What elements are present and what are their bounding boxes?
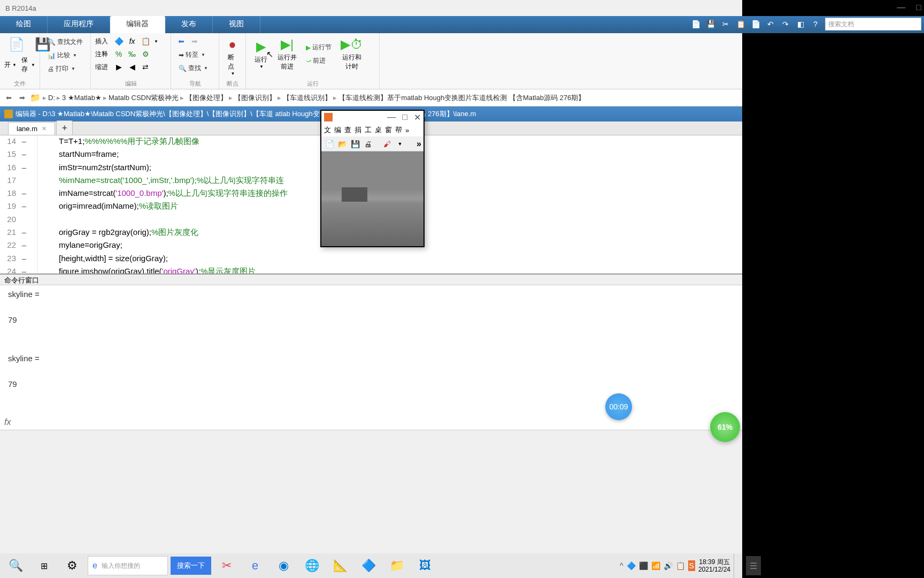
save-label[interactable]: 保存: [21, 56, 29, 74]
forward-icon[interactable]: ➡: [189, 35, 201, 47]
edge-icon[interactable]: ◉: [271, 555, 296, 576]
timer-badge[interactable]: 00:09: [605, 393, 632, 420]
crumb-d[interactable]: D:: [48, 94, 55, 102]
outdent-icon[interactable]: ◀: [126, 61, 138, 73]
run-advance-button[interactable]: ▶|运行并 前进: [273, 35, 301, 73]
dropdown-icon[interactable]: ▼: [394, 138, 406, 150]
run-section-button[interactable]: ▶运行节: [303, 41, 335, 54]
tab-view[interactable]: 视图: [213, 16, 260, 33]
open-label[interactable]: 开: [4, 60, 11, 70]
wrap-comment-icon[interactable]: ⚙: [140, 48, 151, 60]
tab-apps[interactable]: 应用程序: [48, 16, 110, 33]
back-icon[interactable]: ⬅: [175, 35, 187, 47]
goto-button[interactable]: ➡转至▼: [175, 48, 214, 62]
taskbar-search[interactable]: e 输入你想搜的: [88, 556, 168, 575]
tray-app3-icon[interactable]: 📋: [676, 561, 685, 570]
maximize-button[interactable]: □: [916, 3, 921, 12]
open-fig-icon[interactable]: 📂: [336, 138, 348, 150]
tab-publish[interactable]: 发布: [165, 16, 213, 33]
cut-icon[interactable]: ✂: [720, 19, 731, 29]
qa-icon-1[interactable]: 📄: [690, 19, 701, 29]
volume-icon[interactable]: 🔊: [664, 561, 673, 570]
maximize-icon[interactable]: □: [402, 112, 407, 123]
save-icon[interactable]: 💾: [705, 19, 716, 29]
photos-icon[interactable]: 🖼: [412, 555, 438, 576]
explorer-icon[interactable]: 📁: [384, 555, 410, 576]
fig-menu-view[interactable]: 查: [344, 125, 351, 135]
tray-app2-icon[interactable]: ⬛: [639, 561, 648, 570]
brush-icon[interactable]: 🖌: [381, 138, 393, 150]
fig-menu-more[interactable]: »: [405, 126, 409, 134]
fig-menu-desktop[interactable]: 桌: [375, 125, 382, 135]
undo-icon[interactable]: ↶: [765, 19, 776, 29]
new-button[interactable]: 📄: [4, 35, 29, 55]
forward-arrow-icon[interactable]: ➡: [16, 92, 28, 104]
ime-icon[interactable]: S: [688, 560, 695, 571]
indent-icon[interactable]: ▶: [113, 61, 125, 73]
crumb-6[interactable]: 【车道线检测】基于matlab Hough变换图片车道线检测 【含Matlab源…: [338, 93, 585, 103]
insert-3-icon[interactable]: 📋: [140, 35, 151, 47]
fig-menu-insert[interactable]: 捐: [355, 125, 361, 135]
search-docs-input[interactable]: 搜索文档: [825, 18, 921, 31]
redo-icon[interactable]: ↷: [780, 19, 791, 29]
tab-editor[interactable]: 编辑器: [110, 16, 165, 33]
clock[interactable]: 18:39 周五 2021/12/24: [698, 558, 730, 574]
smart-indent-icon[interactable]: ⇄: [140, 61, 151, 73]
close-icon[interactable]: ✕: [42, 125, 47, 132]
folder-icon[interactable]: 📁: [29, 92, 41, 104]
save-fig-icon[interactable]: 💾: [349, 138, 361, 150]
wifi-icon[interactable]: 📶: [651, 561, 660, 570]
find-button[interactable]: 🔍查找▼: [175, 62, 214, 75]
app-icon-1[interactable]: ✂: [214, 555, 240, 576]
find-files-button[interactable]: 🔍查找文件: [44, 35, 86, 49]
minimize-button[interactable]: —: [897, 3, 905, 12]
crumb-1[interactable]: 3 ★Matlab★: [62, 94, 102, 102]
crumb-5[interactable]: 【车道线识别】: [283, 93, 332, 103]
fig-menu-window[interactable]: 窗: [385, 125, 392, 135]
fig-menu-help[interactable]: 帮: [395, 125, 402, 135]
new-fig-icon[interactable]: 📄: [324, 138, 335, 150]
chrome-icon[interactable]: 🌐: [299, 555, 325, 576]
print-fig-icon[interactable]: 🖨: [362, 138, 374, 150]
help-icon[interactable]: ?: [810, 19, 821, 29]
fig-menu-edit[interactable]: 编: [334, 125, 341, 135]
obs-icon[interactable]: ⚙: [59, 555, 85, 576]
fx-icon[interactable]: fx: [126, 35, 138, 47]
figure-window[interactable]: — □ ✕ 文 编 查 捐 工 桌 窗 帮 » 📄 📂 💾 🖨 🖌 ▼ »: [320, 110, 425, 247]
breakpoints-button[interactable]: ●断点▼: [224, 35, 241, 78]
compare-button[interactable]: 📊比较▼: [44, 49, 86, 62]
close-icon[interactable]: ✕: [414, 112, 421, 123]
notification-icon[interactable]: ☰: [746, 556, 761, 575]
ie-app-icon[interactable]: e: [242, 555, 268, 576]
comment-icon[interactable]: %: [113, 48, 125, 60]
figure-title-bar[interactable]: — □ ✕: [321, 111, 424, 124]
run-time-button[interactable]: ▶⏱运行和 计时: [336, 35, 367, 73]
fig-menu-file[interactable]: 文: [324, 125, 331, 135]
search-button[interactable]: 搜索一下: [171, 557, 211, 575]
matlab-icon[interactable]: 📐: [327, 555, 353, 576]
app-icon-6[interactable]: 🔷: [356, 555, 381, 576]
run-button[interactable]: ▶运行▼: [250, 37, 272, 71]
insert-1-icon[interactable]: 🔷: [113, 35, 125, 47]
fig-menu-tools[interactable]: 工: [365, 125, 372, 135]
advance-button[interactable]: ⤻前进: [303, 54, 335, 67]
uncomment-icon[interactable]: ‰: [126, 48, 138, 60]
print-button[interactable]: 🖨打印▼: [44, 62, 86, 75]
file-tab-lane[interactable]: lane.m ✕: [8, 122, 55, 135]
search-tb-icon[interactable]: 🔍: [3, 555, 28, 576]
crumb-4[interactable]: 【图像识别】: [234, 93, 276, 103]
crumb-3[interactable]: 【图像处理】: [186, 93, 227, 103]
switch-windows-icon[interactable]: ◧: [795, 19, 806, 29]
paste-icon[interactable]: 📄: [750, 19, 761, 29]
percent-badge[interactable]: 61%: [710, 412, 740, 442]
taskview-icon[interactable]: ⊞: [31, 555, 57, 576]
tab-plot[interactable]: 绘图: [0, 16, 48, 33]
show-desktop[interactable]: [734, 553, 738, 578]
add-tab-button[interactable]: +: [56, 120, 73, 135]
copy-icon[interactable]: 📋: [735, 19, 746, 29]
tray-app-icon[interactable]: 🔷: [627, 561, 636, 570]
back-arrow-icon[interactable]: ⬅: [3, 92, 14, 104]
expand-icon[interactable]: »: [417, 139, 421, 149]
minimize-icon[interactable]: —: [387, 112, 396, 123]
crumb-2[interactable]: Matalb CSDN紫极神光: [109, 93, 179, 103]
